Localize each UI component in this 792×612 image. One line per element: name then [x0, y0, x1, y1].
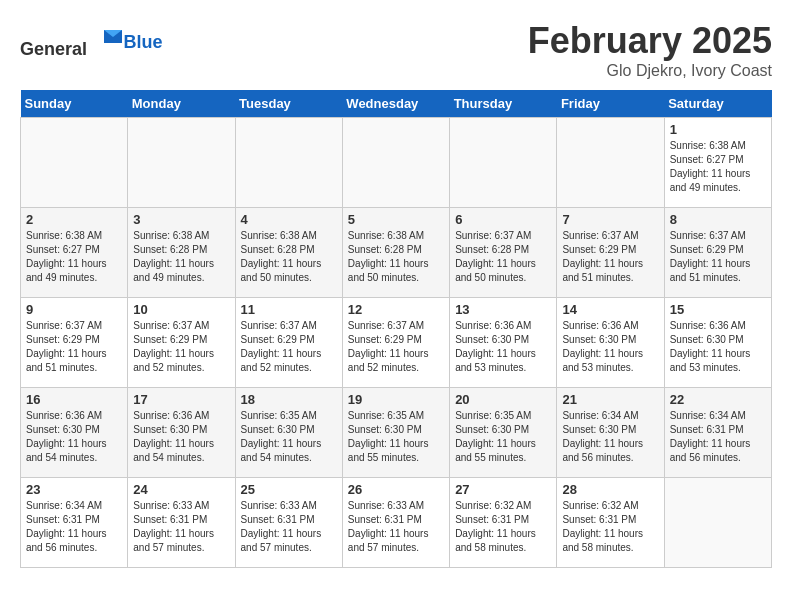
day-header-wednesday: Wednesday — [342, 90, 449, 118]
logo-general: General — [20, 39, 87, 59]
day-info: Sunrise: 6:34 AM Sunset: 6:31 PM Dayligh… — [670, 409, 766, 465]
week-row-4: 16Sunrise: 6:36 AM Sunset: 6:30 PM Dayli… — [21, 388, 772, 478]
day-info: Sunrise: 6:37 AM Sunset: 6:29 PM Dayligh… — [348, 319, 444, 375]
calendar-cell: 21Sunrise: 6:34 AM Sunset: 6:30 PM Dayli… — [557, 388, 664, 478]
day-number: 11 — [241, 302, 337, 317]
calendar-cell: 17Sunrise: 6:36 AM Sunset: 6:30 PM Dayli… — [128, 388, 235, 478]
day-number: 9 — [26, 302, 122, 317]
calendar-cell: 8Sunrise: 6:37 AM Sunset: 6:29 PM Daylig… — [664, 208, 771, 298]
calendar-cell — [21, 118, 128, 208]
day-number: 21 — [562, 392, 658, 407]
day-info: Sunrise: 6:36 AM Sunset: 6:30 PM Dayligh… — [455, 319, 551, 375]
calendar-cell: 1Sunrise: 6:38 AM Sunset: 6:27 PM Daylig… — [664, 118, 771, 208]
days-header-row: SundayMondayTuesdayWednesdayThursdayFrid… — [21, 90, 772, 118]
logo-icon — [94, 25, 124, 55]
day-info: Sunrise: 6:38 AM Sunset: 6:28 PM Dayligh… — [348, 229, 444, 285]
calendar-cell: 24Sunrise: 6:33 AM Sunset: 6:31 PM Dayli… — [128, 478, 235, 568]
day-number: 3 — [133, 212, 229, 227]
day-info: Sunrise: 6:33 AM Sunset: 6:31 PM Dayligh… — [133, 499, 229, 555]
day-header-friday: Friday — [557, 90, 664, 118]
calendar-cell: 26Sunrise: 6:33 AM Sunset: 6:31 PM Dayli… — [342, 478, 449, 568]
calendar-cell: 6Sunrise: 6:37 AM Sunset: 6:28 PM Daylig… — [450, 208, 557, 298]
day-number: 17 — [133, 392, 229, 407]
day-number: 1 — [670, 122, 766, 137]
day-number: 8 — [670, 212, 766, 227]
day-info: Sunrise: 6:37 AM Sunset: 6:29 PM Dayligh… — [670, 229, 766, 285]
title-section: February 2025 Glo Djekro, Ivory Coast — [528, 20, 772, 80]
day-info: Sunrise: 6:37 AM Sunset: 6:29 PM Dayligh… — [241, 319, 337, 375]
calendar-cell: 11Sunrise: 6:37 AM Sunset: 6:29 PM Dayli… — [235, 298, 342, 388]
day-number: 22 — [670, 392, 766, 407]
calendar-cell: 4Sunrise: 6:38 AM Sunset: 6:28 PM Daylig… — [235, 208, 342, 298]
day-info: Sunrise: 6:38 AM Sunset: 6:28 PM Dayligh… — [241, 229, 337, 285]
day-header-sunday: Sunday — [21, 90, 128, 118]
day-number: 5 — [348, 212, 444, 227]
day-number: 10 — [133, 302, 229, 317]
calendar-cell: 9Sunrise: 6:37 AM Sunset: 6:29 PM Daylig… — [21, 298, 128, 388]
day-info: Sunrise: 6:38 AM Sunset: 6:28 PM Dayligh… — [133, 229, 229, 285]
day-header-thursday: Thursday — [450, 90, 557, 118]
calendar-cell — [557, 118, 664, 208]
day-number: 15 — [670, 302, 766, 317]
day-info: Sunrise: 6:37 AM Sunset: 6:28 PM Dayligh… — [455, 229, 551, 285]
day-info: Sunrise: 6:33 AM Sunset: 6:31 PM Dayligh… — [348, 499, 444, 555]
day-number: 16 — [26, 392, 122, 407]
day-number: 7 — [562, 212, 658, 227]
calendar-cell: 16Sunrise: 6:36 AM Sunset: 6:30 PM Dayli… — [21, 388, 128, 478]
calendar-cell — [664, 478, 771, 568]
day-number: 14 — [562, 302, 658, 317]
calendar-cell: 22Sunrise: 6:34 AM Sunset: 6:31 PM Dayli… — [664, 388, 771, 478]
calendar-cell — [450, 118, 557, 208]
day-number: 23 — [26, 482, 122, 497]
day-number: 28 — [562, 482, 658, 497]
day-info: Sunrise: 6:36 AM Sunset: 6:30 PM Dayligh… — [26, 409, 122, 465]
week-row-2: 2Sunrise: 6:38 AM Sunset: 6:27 PM Daylig… — [21, 208, 772, 298]
calendar-subtitle: Glo Djekro, Ivory Coast — [528, 62, 772, 80]
day-number: 25 — [241, 482, 337, 497]
day-number: 6 — [455, 212, 551, 227]
week-row-1: 1Sunrise: 6:38 AM Sunset: 6:27 PM Daylig… — [21, 118, 772, 208]
day-number: 26 — [348, 482, 444, 497]
day-info: Sunrise: 6:36 AM Sunset: 6:30 PM Dayligh… — [670, 319, 766, 375]
day-info: Sunrise: 6:32 AM Sunset: 6:31 PM Dayligh… — [562, 499, 658, 555]
day-header-tuesday: Tuesday — [235, 90, 342, 118]
calendar-cell: 27Sunrise: 6:32 AM Sunset: 6:31 PM Dayli… — [450, 478, 557, 568]
calendar-cell: 7Sunrise: 6:37 AM Sunset: 6:29 PM Daylig… — [557, 208, 664, 298]
day-info: Sunrise: 6:38 AM Sunset: 6:27 PM Dayligh… — [26, 229, 122, 285]
day-info: Sunrise: 6:36 AM Sunset: 6:30 PM Dayligh… — [133, 409, 229, 465]
day-info: Sunrise: 6:33 AM Sunset: 6:31 PM Dayligh… — [241, 499, 337, 555]
day-header-saturday: Saturday — [664, 90, 771, 118]
calendar-cell — [235, 118, 342, 208]
calendar-cell: 28Sunrise: 6:32 AM Sunset: 6:31 PM Dayli… — [557, 478, 664, 568]
day-info: Sunrise: 6:37 AM Sunset: 6:29 PM Dayligh… — [133, 319, 229, 375]
day-number: 20 — [455, 392, 551, 407]
day-info: Sunrise: 6:34 AM Sunset: 6:30 PM Dayligh… — [562, 409, 658, 465]
calendar-cell: 10Sunrise: 6:37 AM Sunset: 6:29 PM Dayli… — [128, 298, 235, 388]
calendar-cell: 23Sunrise: 6:34 AM Sunset: 6:31 PM Dayli… — [21, 478, 128, 568]
day-number: 18 — [241, 392, 337, 407]
day-number: 12 — [348, 302, 444, 317]
calendar-cell: 12Sunrise: 6:37 AM Sunset: 6:29 PM Dayli… — [342, 298, 449, 388]
day-info: Sunrise: 6:35 AM Sunset: 6:30 PM Dayligh… — [241, 409, 337, 465]
calendar-cell — [342, 118, 449, 208]
day-info: Sunrise: 6:32 AM Sunset: 6:31 PM Dayligh… — [455, 499, 551, 555]
day-info: Sunrise: 6:37 AM Sunset: 6:29 PM Dayligh… — [26, 319, 122, 375]
calendar-cell: 13Sunrise: 6:36 AM Sunset: 6:30 PM Dayli… — [450, 298, 557, 388]
calendar-table: SundayMondayTuesdayWednesdayThursdayFrid… — [20, 90, 772, 568]
day-number: 2 — [26, 212, 122, 227]
header: General Blue February 2025 Glo Djekro, I… — [20, 20, 772, 80]
calendar-cell: 14Sunrise: 6:36 AM Sunset: 6:30 PM Dayli… — [557, 298, 664, 388]
day-number: 24 — [133, 482, 229, 497]
logo-blue: Blue — [124, 32, 163, 52]
week-row-5: 23Sunrise: 6:34 AM Sunset: 6:31 PM Dayli… — [21, 478, 772, 568]
calendar-cell: 5Sunrise: 6:38 AM Sunset: 6:28 PM Daylig… — [342, 208, 449, 298]
day-number: 4 — [241, 212, 337, 227]
logo: General Blue — [20, 25, 163, 60]
calendar-title: February 2025 — [528, 20, 772, 62]
day-info: Sunrise: 6:34 AM Sunset: 6:31 PM Dayligh… — [26, 499, 122, 555]
day-number: 19 — [348, 392, 444, 407]
calendar-cell: 20Sunrise: 6:35 AM Sunset: 6:30 PM Dayli… — [450, 388, 557, 478]
calendar-cell: 19Sunrise: 6:35 AM Sunset: 6:30 PM Dayli… — [342, 388, 449, 478]
day-info: Sunrise: 6:37 AM Sunset: 6:29 PM Dayligh… — [562, 229, 658, 285]
day-header-monday: Monday — [128, 90, 235, 118]
